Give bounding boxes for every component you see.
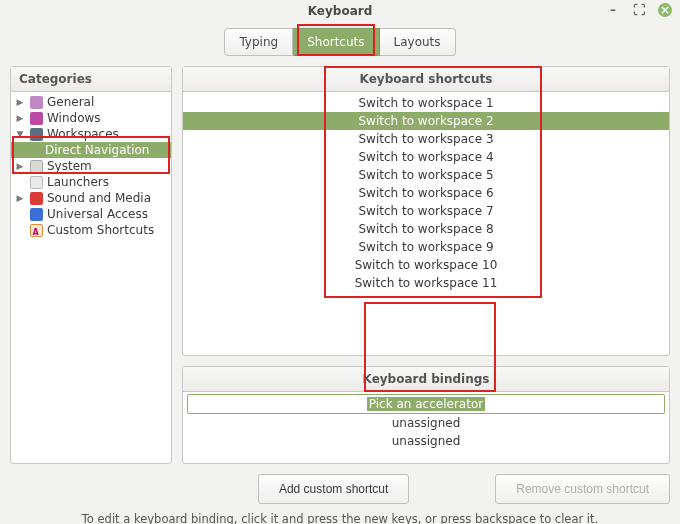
category-label: Sound and Media — [47, 191, 167, 205]
custom-icon — [29, 223, 43, 237]
titlebar: Keyboard – ⛶ × — [0, 0, 680, 22]
shortcut-row[interactable]: Switch to workspace 2 — [183, 112, 669, 130]
launchers-icon — [29, 175, 43, 189]
category-label: Custom Shortcuts — [47, 223, 167, 237]
category-label: Launchers — [47, 175, 167, 189]
general-icon — [29, 95, 43, 109]
chevron-right-icon[interactable]: ▶ — [15, 161, 25, 171]
shortcut-row[interactable]: Switch to workspace 9 — [183, 238, 669, 256]
chevron-right-icon[interactable]: ▶ — [15, 193, 25, 203]
chevron-down-icon[interactable]: ▼ — [15, 129, 25, 139]
shortcuts-panel: Keyboard shortcuts Switch to workspace 1… — [182, 66, 670, 356]
tab-layouts[interactable]: Layouts — [380, 28, 456, 56]
category-general[interactable]: ▶ General — [11, 94, 171, 110]
minimize-icon[interactable]: – — [606, 3, 620, 17]
shortcut-row[interactable]: Switch to workspace 4 — [183, 148, 669, 166]
shortcut-row[interactable]: Switch to workspace 7 — [183, 202, 669, 220]
category-label: Windows — [47, 111, 167, 125]
window-controls: – ⛶ × — [606, 3, 672, 17]
access-icon — [29, 207, 43, 221]
category-windows[interactable]: ▶ Windows — [11, 110, 171, 126]
category-workspaces[interactable]: ▼ Workspaces — [11, 126, 171, 142]
hint-text: To edit a keyboard binding, click it and… — [0, 504, 680, 524]
media-icon — [29, 191, 43, 205]
workspaces-icon — [29, 127, 43, 141]
window-title: Keyboard — [308, 4, 373, 18]
system-icon — [29, 159, 43, 173]
shortcut-row[interactable]: Switch to workspace 5 — [183, 166, 669, 184]
close-icon[interactable]: × — [658, 3, 672, 17]
category-label: General — [47, 95, 167, 109]
categories-header: Categories — [11, 67, 171, 92]
binding-row[interactable]: unassigned — [183, 414, 669, 432]
button-row: Add custom shortcut Remove custom shortc… — [0, 474, 680, 504]
category-sound-media[interactable]: ▶ Sound and Media — [11, 190, 171, 206]
binding-row[interactable]: unassigned — [183, 432, 669, 450]
bindings-panel: Keyboard bindings Pick an accelerator un… — [182, 366, 670, 464]
chevron-right-icon[interactable]: ▶ — [15, 97, 25, 107]
category-universal-access[interactable]: Universal Access — [11, 206, 171, 222]
shortcut-row[interactable]: Switch to workspace 8 — [183, 220, 669, 238]
categories-tree: ▶ General ▶ Windows ▼ Workspaces Direct … — [11, 92, 171, 240]
category-launchers[interactable]: Launchers — [11, 174, 171, 190]
shortcut-row[interactable]: Switch to workspace 3 — [183, 130, 669, 148]
shortcut-row[interactable]: Switch to workspace 10 — [183, 256, 669, 274]
category-custom-shortcuts[interactable]: Custom Shortcuts — [11, 222, 171, 238]
main-area: Keyboard shortcuts Switch to workspace 1… — [182, 66, 670, 464]
maximize-icon[interactable]: ⛶ — [632, 3, 646, 17]
categories-panel: Categories ▶ General ▶ Windows ▼ Workspa… — [10, 66, 172, 464]
shortcut-row[interactable]: Switch to workspace 1 — [183, 94, 669, 112]
binding-label: Pick an accelerator — [367, 397, 485, 411]
chevron-right-icon[interactable]: ▶ — [15, 113, 25, 123]
category-system[interactable]: ▶ System — [11, 158, 171, 174]
category-label: Universal Access — [47, 207, 167, 221]
bindings-list: Pick an accelerator unassigned unassigne… — [183, 392, 669, 452]
category-label: System — [47, 159, 167, 173]
category-direct-navigation[interactable]: Direct Navigation — [11, 142, 171, 158]
tab-shortcuts[interactable]: Shortcuts — [293, 28, 379, 56]
bindings-header: Keyboard bindings — [183, 367, 669, 392]
tab-bar: Typing Shortcuts Layouts — [0, 22, 680, 66]
tab-typing[interactable]: Typing — [224, 28, 293, 56]
remove-custom-shortcut-button: Remove custom shortcut — [495, 474, 670, 504]
shortcuts-header: Keyboard shortcuts — [183, 67, 669, 92]
category-label: Workspaces — [47, 127, 167, 141]
binding-row-editing[interactable]: Pick an accelerator — [187, 394, 665, 414]
shortcut-row[interactable]: Switch to workspace 6 — [183, 184, 669, 202]
shortcut-row[interactable]: Switch to workspace 11 — [183, 274, 669, 292]
shortcuts-list[interactable]: Switch to workspace 1 Switch to workspac… — [183, 92, 669, 355]
category-label: Direct Navigation — [45, 143, 167, 157]
add-custom-shortcut-button[interactable]: Add custom shortcut — [258, 474, 409, 504]
windows-icon — [29, 111, 43, 125]
content-area: Categories ▶ General ▶ Windows ▼ Workspa… — [0, 66, 680, 464]
